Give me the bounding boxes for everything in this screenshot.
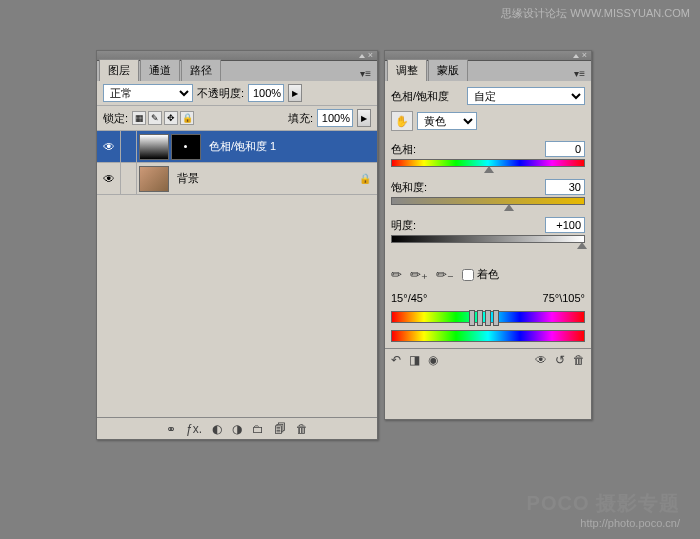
lock-transparency-icon[interactable]: ▦ (132, 111, 146, 125)
panel-menu-icon[interactable]: ▾≡ (572, 66, 587, 81)
layer-style-icon[interactable]: ƒx. (186, 422, 202, 436)
lightness-slider: 明度: (391, 217, 585, 245)
tab-layers[interactable]: 图层 (99, 59, 139, 81)
layers-tabs: 图层 通道 路径 ▾≡ (97, 61, 377, 81)
close-icon[interactable]: × (582, 51, 587, 60)
layer-thumbs (137, 132, 203, 162)
return-icon[interactable]: ↶ (391, 353, 401, 367)
visibility-icon[interactable]: 👁 (97, 131, 121, 162)
delete-adjustment-icon[interactable]: 🗑 (573, 353, 585, 367)
spectrum-bar-bottom[interactable] (391, 330, 585, 342)
tab-masks[interactable]: 蒙版 (428, 59, 468, 81)
fill-input[interactable] (317, 109, 353, 127)
opacity-flyout-icon[interactable]: ▶ (288, 84, 302, 102)
blend-opacity-row: 正常 不透明度: ▶ (97, 81, 377, 106)
lock-label: 锁定: (103, 111, 128, 126)
layers-panel: × 图层 通道 路径 ▾≡ 正常 不透明度: ▶ 锁定: ▦ ✎ ✥ 🔒 填充:… (96, 50, 378, 440)
preset-row: 色相/饱和度 自定 (391, 87, 585, 105)
spectrum-bar-top[interactable] (391, 311, 585, 323)
poco-brand: POCO 摄影专题 (527, 490, 680, 517)
opacity-label: 不透明度: (197, 86, 244, 101)
lightness-track[interactable] (391, 235, 585, 245)
adjust-bottombar: ↶ ◨ ◉ 👁 ↺ 🗑 (385, 348, 591, 370)
hue-input[interactable] (545, 141, 585, 157)
poco-url: http://photo.poco.cn/ (527, 517, 680, 529)
hue-track[interactable] (391, 159, 585, 169)
tab-channels[interactable]: 通道 (140, 59, 180, 81)
adjustment-thumb[interactable] (139, 134, 169, 160)
layer-item-background[interactable]: 👁 背景 🔒 (97, 163, 377, 195)
degrees-right: 75°\105° (543, 292, 585, 304)
new-group-icon[interactable]: 🗀 (252, 422, 264, 436)
collapse-icon[interactable] (359, 54, 365, 58)
clip-icon[interactable]: ◉ (428, 353, 438, 367)
slider-knob[interactable] (484, 166, 494, 173)
mask-thumb[interactable] (171, 134, 201, 160)
layer-name[interactable]: 背景 (171, 171, 199, 186)
colorize-checkbox[interactable]: 着色 (462, 267, 499, 282)
watermark-top: 思缘设计论坛 WWW.MISSYUAN.COM (501, 6, 690, 21)
blend-mode-select[interactable]: 正常 (103, 84, 193, 102)
lock-position-icon[interactable]: ✥ (164, 111, 178, 125)
lock-fill-row: 锁定: ▦ ✎ ✥ 🔒 填充: ▶ (97, 106, 377, 131)
eyedropper-subtract-icon[interactable]: ✏₋ (436, 267, 454, 282)
adjust-body: 色相/饱和度 自定 ✋ 黄色 色相: 饱和度: 明度: ✏ ✏₊ ✏₋ 着色 1… (385, 81, 591, 348)
panel-menu-icon[interactable]: ▾≡ (358, 66, 373, 81)
new-layer-icon[interactable]: 🗐 (274, 422, 286, 436)
channel-row: ✋ 黄色 (391, 111, 585, 131)
lock-icons: ▦ ✎ ✥ 🔒 (132, 111, 194, 125)
image-thumb[interactable] (139, 166, 169, 192)
layer-thumbs (137, 164, 171, 194)
tab-adjustments[interactable]: 调整 (387, 59, 427, 81)
lock-pixels-icon[interactable]: ✎ (148, 111, 162, 125)
add-mask-icon[interactable]: ◐ (212, 422, 222, 436)
tab-paths[interactable]: 路径 (181, 59, 221, 81)
lock-all-icon[interactable]: 🔒 (180, 111, 194, 125)
lightness-label: 明度: (391, 218, 416, 233)
degrees-row: 15°/45° 75°\105° (391, 292, 585, 304)
reset-icon[interactable]: ↺ (555, 353, 565, 367)
adjust-tabs: 调整 蒙版 ▾≡ (385, 61, 591, 81)
saturation-input[interactable] (545, 179, 585, 195)
eyedropper-icon[interactable]: ✏ (391, 267, 402, 282)
layer-name[interactable]: 色相/饱和度 1 (203, 139, 276, 154)
adjustment-type-label: 色相/饱和度 (391, 89, 463, 104)
saturation-track[interactable] (391, 197, 585, 207)
fill-flyout-icon[interactable]: ▶ (357, 109, 371, 127)
scrub-hand-icon[interactable]: ✋ (391, 111, 413, 131)
slider-knob[interactable] (504, 204, 514, 211)
saturation-slider: 饱和度: (391, 179, 585, 207)
preset-select[interactable]: 自定 (467, 87, 585, 105)
eyedropper-add-icon[interactable]: ✏₊ (410, 267, 428, 282)
link-column[interactable] (121, 131, 137, 162)
slider-knob[interactable] (577, 242, 587, 249)
watermark-poco: POCO 摄影专题 http://photo.poco.cn/ (527, 490, 680, 529)
new-adjustment-icon[interactable]: ◑ (232, 422, 242, 436)
visibility-icon[interactable]: 👁 (97, 163, 121, 194)
hue-label: 色相: (391, 142, 416, 157)
fill-label: 填充: (288, 111, 313, 126)
panel-titlebar[interactable]: × (97, 51, 377, 61)
adjustments-panel: × 调整 蒙版 ▾≡ 色相/饱和度 自定 ✋ 黄色 色相: 饱和度: 明度: ✏… (384, 50, 592, 420)
close-icon[interactable]: × (368, 51, 373, 60)
eyedropper-row: ✏ ✏₊ ✏₋ 着色 (391, 267, 585, 282)
degrees-left: 15°/45° (391, 292, 427, 304)
layers-bottombar: ⚭ ƒx. ◐ ◑ 🗀 🗐 🗑 (97, 417, 377, 439)
link-column[interactable] (121, 163, 137, 194)
layer-list: 👁 色相/饱和度 1 👁 背景 🔒 (97, 131, 377, 417)
lightness-input[interactable] (545, 217, 585, 233)
expand-icon[interactable]: ◨ (409, 353, 420, 367)
saturation-label: 饱和度: (391, 180, 427, 195)
delete-layer-icon[interactable]: 🗑 (296, 422, 308, 436)
channel-select[interactable]: 黄色 (417, 112, 477, 130)
layer-item-hue-sat[interactable]: 👁 色相/饱和度 1 (97, 131, 377, 163)
hue-slider: 色相: (391, 141, 585, 169)
view-previous-icon[interactable]: 👁 (535, 353, 547, 367)
layer-lock-icon: 🔒 (359, 173, 371, 184)
link-layers-icon[interactable]: ⚭ (166, 422, 176, 436)
opacity-input[interactable] (248, 84, 284, 102)
collapse-icon[interactable] (573, 54, 579, 58)
